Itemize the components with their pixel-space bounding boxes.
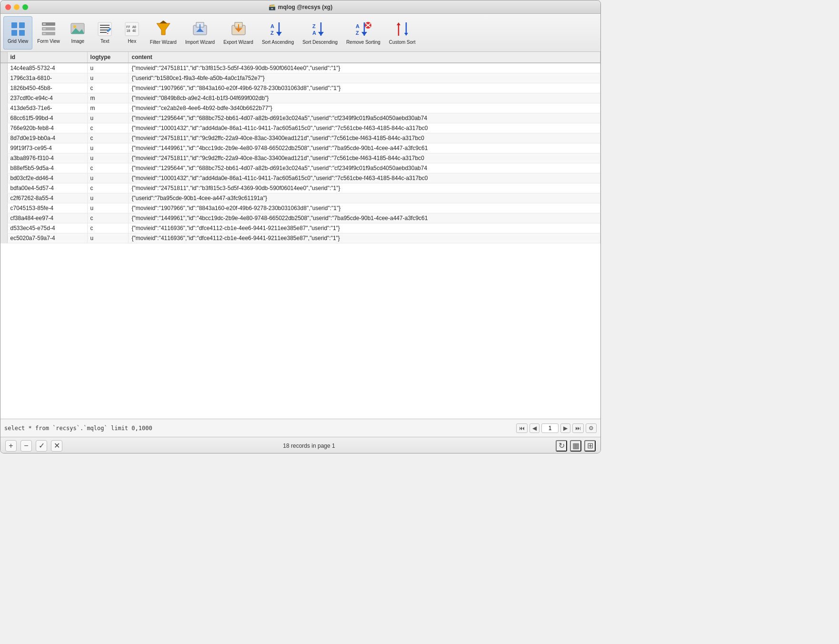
add-row-button[interactable]: + — [5, 440, 17, 452]
refresh-button[interactable]: ↻ — [556, 440, 567, 452]
toolbar: Grid View Form View Image — [0, 14, 600, 52]
cell-content: {"movieid":"4116936","id":"dfce4112-cb1e… — [129, 233, 600, 243]
table-row[interactable]: a3ba8976-f310-4u{"movieid":"24751811","i… — [0, 153, 600, 163]
table-row[interactable]: 413de5d3-71e6-m{"movieid":"ce2ab2e8-4ee6… — [0, 103, 600, 113]
table-row[interactable]: bdfa00e4-5d57-4c{"movieid":"24751811","i… — [0, 183, 600, 193]
col-header-id[interactable]: id — [7, 52, 87, 63]
text-button[interactable]: Text — [92, 16, 118, 50]
last-page-button[interactable]: ⏭ — [572, 423, 584, 433]
cell-id: 1826b450-45b8- — [7, 83, 87, 93]
minimize-button[interactable] — [14, 4, 20, 10]
image-button[interactable]: Image — [65, 16, 91, 50]
cell-id: 68cc61f5-99bd-4 — [7, 113, 87, 123]
custom-sort-button[interactable]: Custom Sort — [385, 16, 420, 50]
table-row[interactable]: d533ec45-e75d-4c{"movieid":"4116936","id… — [0, 223, 600, 233]
cell-id: d533ec45-e75d-4 — [7, 223, 87, 233]
form-view-button[interactable]: Form View — [33, 16, 64, 50]
svg-text:Z: Z — [270, 30, 274, 36]
cell-content: {"movieid":"1295644","id":"688bc752-bb61… — [129, 113, 600, 123]
sort-ascending-button[interactable]: A Z Sort Ascending — [258, 16, 298, 50]
cell-content: {"movieid":"10001432","id":"add4da0e-86a… — [129, 173, 600, 183]
cell-content: {"movieid":"1449961","id":"4bcc19dc-2b9e… — [129, 143, 600, 153]
remove-sorting-button[interactable]: A Z Remove Sorting — [342, 16, 384, 50]
first-page-button[interactable]: ⏮ — [516, 423, 528, 433]
cell-logtype: c — [87, 183, 129, 193]
col-header-content[interactable]: content — [129, 52, 600, 63]
svg-marker-48 — [397, 22, 400, 25]
next-page-button[interactable]: ▶ — [560, 423, 570, 433]
maximize-button[interactable] — [22, 4, 28, 10]
table-row[interactable]: 68cc61f5-99bd-4u{"movieid":"1295644","id… — [0, 113, 600, 123]
table-row[interactable]: 237cdf0c-e94c-4m{"movieid":"0849b8cb-a9e… — [0, 93, 600, 103]
table-row[interactable]: 1826b450-45b8-c{"movieid":"1907966","id"… — [0, 83, 600, 93]
table-row[interactable]: cf38a484-ee97-4c{"movieid":"1449961","id… — [0, 213, 600, 223]
row-marker — [0, 173, 7, 183]
cell-logtype: m — [87, 93, 129, 103]
row-marker — [0, 233, 7, 243]
svg-text:A: A — [312, 30, 316, 36]
svg-marker-44 — [361, 32, 367, 36]
cell-id: cf38a484-ee97-4 — [7, 213, 87, 223]
cell-content: {"userid":"7ba95cde-90b1-4cee-a447-a3fc9… — [129, 193, 600, 203]
window-controls[interactable] — [5, 4, 28, 10]
svg-rect-3 — [19, 30, 25, 36]
svg-marker-50 — [404, 33, 408, 36]
import-wizard-label: Import Wizard — [185, 40, 215, 45]
cell-logtype: u — [87, 63, 129, 73]
export-button[interactable]: ⊞ — [584, 440, 596, 452]
cell-content: {"movieid":"4116936","id":"dfce4112-cb1e… — [129, 223, 600, 233]
grid-view-button[interactable]: Grid View — [3, 16, 32, 50]
table-row[interactable]: 1796c31a-6810-u{"userid":"b1580ce1-f9a3-… — [0, 73, 600, 83]
prev-page-button[interactable]: ◀ — [529, 423, 539, 433]
table-row[interactable]: 14c4ea85-5732-4u{"movieid":"24751811","i… — [0, 63, 600, 73]
table-row[interactable]: c2f67262-8a55-4u{"userid":"7ba95cde-90b1… — [0, 193, 600, 203]
cell-content: {"movieid":"1449961","id":"4bcc19dc-2b9e… — [129, 213, 600, 223]
sort-descending-button[interactable]: Z A Sort Descending — [299, 16, 341, 50]
pagination-controls[interactable]: ⏮ ◀ ▶ ⏭ ⚙ — [516, 423, 597, 433]
cell-logtype: c — [87, 83, 129, 93]
sort-descending-label: Sort Descending — [302, 40, 338, 45]
row-marker — [0, 123, 7, 133]
grid-toggle-button[interactable]: ▦ — [570, 440, 581, 452]
cell-id: 237cdf0c-e94c-4 — [7, 93, 87, 103]
cancel-button[interactable]: ✕ — [51, 440, 62, 452]
table-row[interactable]: 99f19f73-ce95-4u{"movieid":"1449961","id… — [0, 143, 600, 153]
svg-marker-36 — [276, 32, 282, 36]
page-input[interactable] — [541, 423, 559, 433]
title-icon: 🗃️ — [269, 4, 276, 10]
cell-content: {"movieid":"24751811","id":"9c9d2ffc-22a… — [129, 133, 600, 143]
custom-sort-label: Custom Sort — [389, 40, 416, 45]
cell-content: {"movieid":"1295644","id":"688bc752-bb61… — [129, 163, 600, 173]
table-row[interactable]: 766e920b-feb8-4c{"movieid":"10001432","i… — [0, 123, 600, 133]
table-container[interactable]: id logtype content 14c4ea85-5732-4u{"mov… — [0, 52, 600, 419]
cell-content: {"movieid":"0849b8cb-a9e2-4c81-b1f3-04f6… — [129, 93, 600, 103]
svg-text:Z: Z — [312, 23, 316, 29]
table-row[interactable]: 8d7d0e19-bb0a-4c{"movieid":"24751811","i… — [0, 133, 600, 143]
cell-content: {"movieid":"24751811","id":"b3f815c3-5d5… — [129, 63, 600, 73]
table-row[interactable]: ec5020a7-59a7-4u{"movieid":"4116936","id… — [0, 233, 600, 243]
cell-logtype: u — [87, 73, 129, 83]
hex-button[interactable]: FF A0 1B 4E Hex — [119, 16, 145, 50]
settings-button[interactable]: ⚙ — [586, 423, 597, 433]
close-button[interactable] — [5, 4, 11, 10]
table-row[interactable]: bd03cf2e-dd46-4u{"movieid":"10001432","i… — [0, 173, 600, 183]
table-row[interactable]: b88ef5b5-9d5a-4c{"movieid":"1295644","id… — [0, 163, 600, 173]
filter-wizard-button[interactable]: Filter Wizard — [146, 16, 180, 50]
export-wizard-button[interactable]: Export Wizard — [220, 16, 257, 50]
cell-logtype: c — [87, 213, 129, 223]
table-row[interactable]: c7045153-85fe-4u{"movieid":"1907966","id… — [0, 203, 600, 213]
cell-logtype: u — [87, 203, 129, 213]
cell-id: bdfa00e4-5d57-4 — [7, 183, 87, 193]
confirm-button[interactable]: ✓ — [36, 440, 47, 452]
svg-text:FF A0: FF A0 — [126, 25, 136, 29]
cell-logtype: c — [87, 163, 129, 173]
cell-logtype: c — [87, 223, 129, 233]
sort-ascending-label: Sort Ascending — [262, 40, 294, 45]
row-marker — [0, 153, 7, 163]
svg-rect-9 — [43, 33, 46, 34]
remove-row-button[interactable]: − — [20, 440, 32, 452]
col-header-logtype[interactable]: logtype — [87, 52, 129, 63]
import-wizard-button[interactable]: Import Wizard — [181, 16, 219, 50]
row-marker-header — [0, 52, 7, 63]
cell-content: {"userid":"b1580ce1-f9a3-4bfe-a50b-4a0c1… — [129, 73, 600, 83]
